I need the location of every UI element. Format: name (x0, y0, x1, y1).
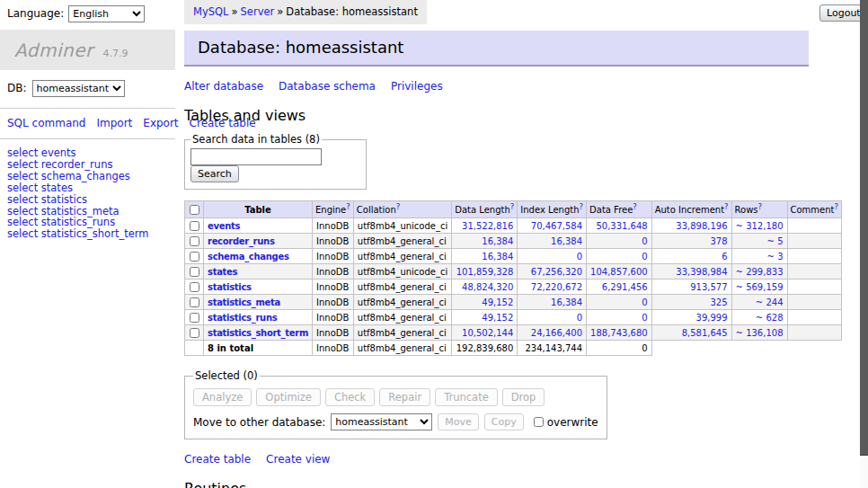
database-links: Alter databaseDatabase schemaPrivileges (184, 80, 859, 93)
index-length-cell: 16,384 (518, 295, 587, 310)
table-link-events[interactable]: events (208, 221, 240, 231)
row-checkbox-statistics_meta[interactable] (190, 297, 199, 307)
app-version: 4.7.9 (102, 48, 128, 59)
sidebar-select-schema-changes-link[interactable]: select schema_changes (7, 171, 168, 182)
rows-cell: ~ 5 (731, 234, 787, 249)
table-link-statistics-meta[interactable]: statistics_meta (208, 297, 280, 307)
comment-cell (787, 279, 842, 295)
select-all-checkbox[interactable] (190, 205, 199, 215)
table-link-recorder-runs[interactable]: recorder_runs (208, 236, 275, 246)
selected-legend: Selected (0) (193, 369, 260, 382)
sidebar-import-link[interactable]: Import (96, 117, 132, 129)
hint-link-rows[interactable]: ? (758, 201, 763, 210)
check-button[interactable]: Check (325, 388, 375, 406)
row-select-cell (185, 279, 204, 295)
hint-link-collation[interactable]: ? (396, 201, 401, 210)
scrollbar-thumb[interactable] (860, 0, 868, 456)
create-links: Create tableCreate view (184, 453, 859, 466)
row-select-cell (185, 218, 204, 234)
collation-cell: utf8mb4_unicode_ci (353, 218, 451, 234)
total-engine-cell: InnoDB (313, 341, 354, 356)
auto-increment-cell: 39,999 (651, 310, 731, 325)
rows-cell: ~ 312,180 (731, 218, 787, 234)
data-free-cell: 6,291,456 (587, 279, 652, 295)
comment-cell (787, 295, 842, 310)
truncate-button[interactable]: Truncate (435, 388, 498, 406)
table-link-statistics-short-term[interactable]: statistics_short_term (208, 328, 308, 338)
index-length-cell: 0 (518, 249, 587, 264)
row-checkbox-statistics[interactable] (190, 282, 199, 292)
rows-cell: ~ 569,159 (731, 279, 787, 295)
auto-increment-cell: 325 (651, 295, 731, 310)
index-length-cell: 67,256,320 (518, 264, 587, 279)
comment-cell (787, 218, 842, 234)
table-row: eventsInnoDButf8mb4_unicode_ci31,522,816… (185, 218, 842, 234)
sidebar-export-link[interactable]: Export (143, 117, 178, 129)
data-free-cell: 104,857,600 (587, 264, 652, 279)
sidebar-select-statistics-link[interactable]: select statistics (7, 194, 168, 206)
optimize-button[interactable]: Optimize (256, 388, 321, 406)
total-collation-cell: utf8mb4_general_ci (353, 341, 451, 356)
table-row: statistics_short_termInnoDButf8mb4_gener… (185, 325, 842, 341)
app-logo: Adminer 4.7.9 (0, 30, 175, 70)
collation-cell: utf8mb4_general_ci (353, 249, 451, 264)
sidebar-select-recorder-runs-link[interactable]: select recorder_runs (7, 159, 168, 171)
hint-link-comment[interactable]: ? (835, 201, 839, 210)
alter-database-link[interactable]: Alter database (184, 80, 263, 93)
table-link-statistics[interactable]: statistics (208, 282, 252, 292)
collation-cell: utf8mb4_general_ci (353, 295, 451, 310)
copy-button[interactable]: Copy (484, 413, 524, 430)
comment-cell (787, 249, 842, 264)
db-select[interactable]: homeassistant (32, 80, 125, 97)
selected-fieldset: Selected (0) AnalyzeOptimizeCheckRepairT… (184, 369, 607, 439)
create-view-link[interactable]: Create view (266, 453, 330, 466)
language-select[interactable]: English (68, 5, 145, 22)
data-length-cell: 49,152 (452, 295, 518, 310)
hint-link-auto-increment[interactable]: ? (724, 201, 729, 210)
privileges-link[interactable]: Privileges (391, 80, 443, 93)
sidebar-select-statistics-short-term-link[interactable]: select statistics_short_term (7, 228, 168, 240)
analyze-button[interactable]: Analyze (193, 388, 252, 406)
breadcrumb-separator: » (232, 5, 238, 18)
data-length-cell: 10,502,144 (452, 325, 518, 341)
repair-button[interactable]: Repair (379, 388, 430, 406)
hint-link-data-free[interactable]: ? (633, 201, 637, 210)
row-select-cell (185, 249, 204, 264)
column-header-rows: Rows? (731, 201, 787, 218)
create-table-link[interactable]: Create table (184, 453, 251, 466)
total-index-length-cell: 234,143,744 (518, 341, 587, 356)
table-link-states[interactable]: states (208, 267, 237, 277)
sidebar-actions: SQL commandImportExportCreate table (0, 109, 175, 139)
rows-cell: ~ 299,833 (731, 264, 787, 279)
sidebar-sql-command-link[interactable]: SQL command (7, 117, 85, 129)
row-checkbox-statistics_runs[interactable] (190, 313, 199, 323)
tables-and-views-heading: Tables and views (184, 107, 859, 124)
table-link-statistics-runs[interactable]: statistics_runs (208, 313, 277, 323)
database-schema-link[interactable]: Database schema (279, 80, 376, 93)
hint-link-engine[interactable]: ? (346, 201, 350, 210)
table-link-schema-changes[interactable]: schema_changes (208, 252, 289, 262)
row-checkbox-events[interactable] (190, 221, 199, 231)
move-database-select[interactable]: homeassistant (331, 413, 432, 430)
row-checkbox-schema_changes[interactable] (190, 252, 199, 262)
row-checkbox-recorder_runs[interactable] (190, 236, 199, 246)
search-input[interactable] (190, 148, 322, 165)
row-checkbox-statistics_short_term[interactable] (190, 328, 199, 338)
collation-cell: utf8mb4_general_ci (353, 234, 451, 249)
sidebar-select-states-link[interactable]: select states (7, 182, 168, 194)
breadcrumb-mysql-link[interactable]: MySQL (193, 5, 229, 18)
breadcrumb-server-link[interactable]: Server (241, 5, 275, 18)
scrollbar[interactable] (860, 0, 868, 488)
move-button[interactable]: Move (438, 413, 479, 430)
breadcrumb-current: Database: homeassistant (286, 5, 418, 18)
engine-cell: InnoDB (313, 264, 354, 279)
overwrite-checkbox[interactable] (534, 417, 544, 427)
move-label: Move to other database: (193, 416, 325, 429)
drop-button[interactable]: Drop (502, 388, 545, 406)
search-button[interactable]: Search (190, 165, 239, 182)
hint-link-index-length[interactable]: ? (580, 201, 584, 210)
hint-link-data-length[interactable]: ? (510, 201, 515, 210)
selected-actions: AnalyzeOptimizeCheckRepairTruncateDrop (193, 388, 598, 406)
row-checkbox-states[interactable] (190, 267, 199, 277)
data-free-cell: 50,331,648 (587, 218, 652, 234)
